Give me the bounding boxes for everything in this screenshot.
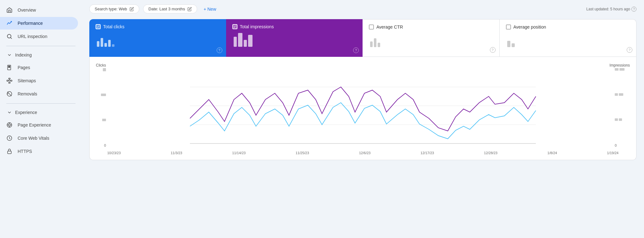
new-label: + New: [203, 7, 216, 12]
svg-rect-8: [9, 82, 10, 83]
chart-left-label: Clicks: [96, 63, 106, 68]
sidebar-item-https-label: HTTPS: [18, 149, 32, 154]
page-experience-icon: [6, 122, 13, 128]
trending-up-icon: [6, 20, 13, 26]
topbar: Search type: Web Date: Last 3 months + N…: [89, 0, 636, 19]
svg-point-0: [7, 34, 11, 38]
metric-total-clicks[interactable]: ✓ Total clicks ?: [89, 19, 226, 57]
search-type-label: Search type: Web: [95, 7, 127, 11]
sidebar-item-overview-label: Overview: [18, 8, 36, 13]
sidebar-section-indexing[interactable]: Indexing: [0, 49, 82, 61]
chevron-down-icon-2: [6, 109, 13, 116]
sidebar-item-pages-label: Pages: [18, 65, 30, 70]
x-label-4: 12/6/23: [359, 151, 371, 155]
date-filter[interactable]: Date: Last 3 months: [143, 4, 197, 14]
y-label-zero-right: 0: [615, 143, 617, 147]
y-label-zero-left: 0: [104, 143, 106, 147]
checkbox-total-impressions[interactable]: ✓: [232, 24, 237, 29]
metric-total-impressions-label: Total impressions: [240, 24, 274, 29]
metric-ctr-help[interactable]: ?: [490, 47, 496, 53]
checkbox-average-position[interactable]: [506, 24, 511, 30]
sidebar-divider-1: [6, 46, 75, 46]
sidebar-item-sitemaps-label: Sitemaps: [18, 78, 36, 83]
sidebar-divider-2: [6, 103, 75, 104]
metric-average-ctr[interactable]: Average CTR ?: [363, 19, 500, 57]
metric-average-position-label: Average position: [514, 24, 546, 30]
metrics-row: ✓ Total clicks ? ✓ Total impressions: [89, 19, 636, 57]
y-label-mid-left: [101, 94, 106, 96]
x-label-3: 11/25/23: [296, 151, 309, 155]
edit-icon: [130, 7, 134, 11]
x-label-5: 12/17/23: [420, 151, 434, 155]
sidebar-item-page-experience-label: Page Experience: [18, 122, 51, 127]
home-icon: [6, 7, 13, 13]
https-icon: [6, 148, 13, 154]
search-icon: [6, 33, 13, 40]
sidebar-item-url-inspection[interactable]: URL inspection: [0, 30, 78, 43]
new-button[interactable]: + New: [201, 5, 219, 14]
last-updated: Last updated: 5 hours ago ?: [586, 7, 636, 12]
metric-impressions-help[interactable]: ?: [353, 47, 359, 53]
core-web-vitals-icon: [6, 135, 13, 141]
svg-rect-23: [8, 151, 11, 154]
sidebar-item-https[interactable]: HTTPS: [0, 145, 78, 158]
sidebar-item-pages[interactable]: Pages: [0, 61, 78, 74]
last-updated-text: Last updated: 5 hours ago: [586, 7, 630, 11]
info-icon: ?: [631, 7, 636, 12]
sidebar-item-page-experience[interactable]: Page Experience: [0, 119, 78, 131]
search-type-filter[interactable]: Search type: Web: [89, 4, 139, 14]
sidebar-section-indexing-label: Indexing: [15, 52, 32, 57]
x-label-7: 1/8/24: [547, 151, 557, 155]
x-label-2: 11/14/23: [232, 151, 246, 155]
y-label-bot-left: [102, 119, 106, 121]
metric-total-impressions[interactable]: ✓ Total impressions ?: [226, 19, 363, 57]
sitemaps-icon: [6, 78, 13, 84]
sidebar-item-url-inspection-label: URL inspection: [18, 34, 47, 39]
sidebar-section-experience[interactable]: Experience: [0, 107, 82, 118]
removals-icon: [6, 91, 13, 97]
sidebar-item-core-web-vitals[interactable]: Core Web Vitals: [0, 132, 78, 144]
sidebar-item-core-web-vitals-label: Core Web Vitals: [18, 136, 49, 141]
metric-total-clicks-label: Total clicks: [103, 24, 125, 29]
chevron-down-icon: [6, 52, 13, 58]
edit-date-icon: [187, 7, 192, 11]
x-label-0: 10/23/23: [107, 151, 121, 155]
pages-icon: [6, 64, 13, 71]
svg-rect-4: [8, 67, 10, 68]
svg-rect-5: [9, 78, 10, 79]
sidebar-item-removals-label: Removals: [18, 91, 37, 96]
main-content: Search type: Web Date: Last 3 months + N…: [82, 0, 644, 238]
svg-rect-3: [8, 66, 10, 67]
checkbox-average-ctr[interactable]: [369, 24, 374, 30]
x-label-6: 12/28/23: [484, 151, 497, 155]
sidebar-item-performance[interactable]: Performance: [0, 17, 78, 30]
performance-chart: [107, 68, 619, 150]
y-label-top-left: [103, 68, 106, 71]
sidebar: Overview Performance URL inspection Inde…: [0, 0, 82, 238]
date-label: Date: Last 3 months: [148, 7, 185, 11]
metric-position-help[interactable]: ?: [627, 47, 632, 53]
sidebar-item-overview[interactable]: Overview: [0, 4, 78, 16]
metric-average-position[interactable]: Average position ?: [500, 19, 637, 57]
sidebar-section-experience-label: Experience: [15, 110, 37, 115]
sidebar-item-removals[interactable]: Removals: [0, 88, 78, 100]
chart-right-label: Impressions: [609, 63, 630, 68]
x-label-1: 11/3/23: [171, 151, 182, 155]
chart-container: Clicks Impressions 0: [89, 57, 636, 160]
svg-line-1: [11, 38, 12, 39]
x-axis-labels: 10/23/23 11/3/23 11/14/23 11/25/23 12/6/…: [96, 150, 630, 155]
x-label-8: 1/19/24: [607, 151, 619, 155]
sidebar-item-performance-label: Performance: [18, 21, 43, 26]
svg-point-17: [8, 124, 11, 126]
sidebar-item-sitemaps[interactable]: Sitemaps: [0, 74, 78, 87]
checkbox-total-clicks[interactable]: ✓: [96, 24, 101, 29]
metric-average-ctr-label: Average CTR: [376, 24, 403, 30]
metric-clicks-help[interactable]: ?: [217, 47, 222, 53]
